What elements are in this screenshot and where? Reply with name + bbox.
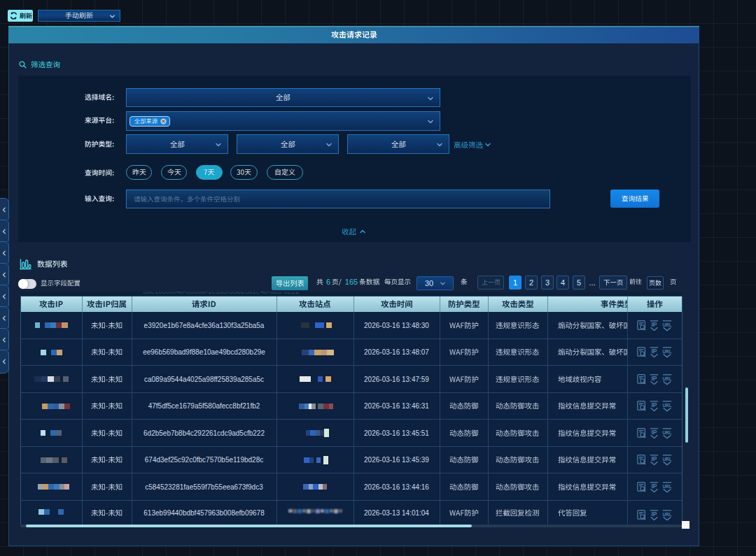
svg-text:URL: URL <box>662 322 671 327</box>
svg-text:URL: URL <box>662 457 671 462</box>
svg-text:URL: URL <box>662 430 671 435</box>
svg-text:IP: IP <box>651 455 657 462</box>
svg-text:URL: URL <box>662 512 671 517</box>
svg-text:IP: IP <box>651 429 657 436</box>
svg-text:IP: IP <box>651 375 657 382</box>
svg-text:IP: IP <box>651 511 657 518</box>
svg-text:IP: IP <box>651 483 657 490</box>
svg-text:URL: URL <box>662 349 671 354</box>
svg-text:IP: IP <box>651 401 657 408</box>
svg-text:URL: URL <box>662 403 671 408</box>
svg-text:URL: URL <box>662 484 671 489</box>
svg-text:URL: URL <box>662 376 671 381</box>
svg-text:IP: IP <box>651 348 657 355</box>
svg-text:IP: IP <box>651 321 657 328</box>
